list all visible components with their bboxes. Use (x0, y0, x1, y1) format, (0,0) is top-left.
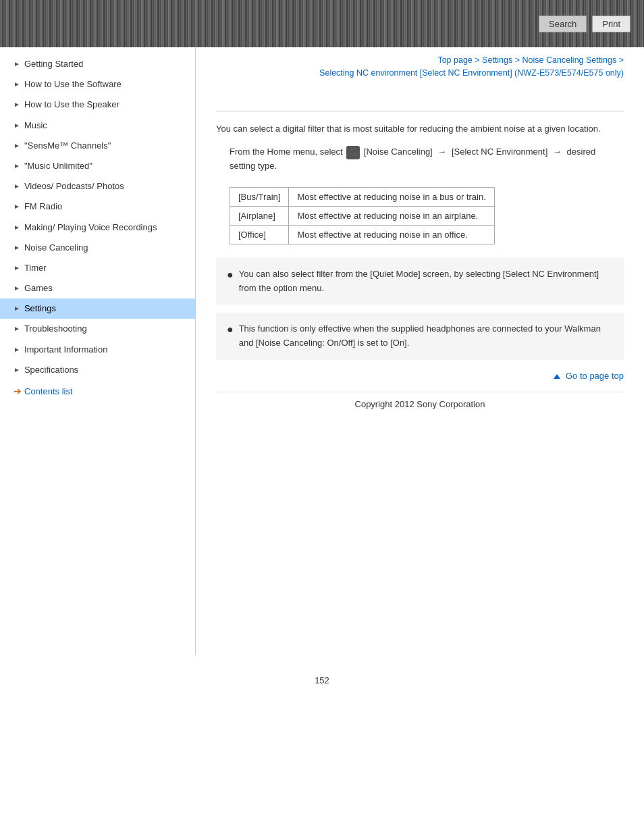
page-layout: ►Getting Started►How to Use the Software… (0, 47, 644, 655)
sidebar-item-games[interactable]: ►Games (0, 278, 195, 298)
sidebar-item-getting-started[interactable]: ►Getting Started (0, 54, 195, 74)
instruction-text: From the Home menu, select 🎧 [Noise Canc… (230, 145, 624, 174)
sidebar-item-fm-radio[interactable]: ►FM Radio (0, 197, 195, 217)
breadcrumb-sep2: > (515, 55, 522, 65)
table-cell-key: [Office] (230, 225, 289, 244)
top-divider (216, 111, 624, 111)
sidebar-label-important-information: Important Information (24, 344, 108, 356)
sidebar-label-music: Music (24, 120, 47, 132)
contents-list-label: Contents list (24, 386, 73, 396)
sidebar: ►Getting Started►How to Use the Software… (0, 47, 196, 655)
sidebar-label-noise-canceling: Noise Canceling (24, 242, 88, 254)
sidebar-arrow-fm-radio: ► (14, 202, 20, 211)
settings-table: [Bus/Train]Most effective at reducing no… (230, 187, 495, 244)
breadcrumb-sep1: > (475, 55, 482, 65)
sidebar-arrow-videos-podcasts-photos: ► (14, 182, 20, 191)
sidebar-item-sensme-channels[interactable]: ►"SensMe™ Channels" (0, 136, 195, 156)
breadcrumb-noise-canceling[interactable]: Noise Canceling Settings (522, 55, 617, 65)
sidebar-arrow-getting-started: ► (14, 59, 20, 69)
sidebar-arrow-timer: ► (14, 263, 20, 273)
sidebar-item-troubleshooting[interactable]: ►Troubleshooting (0, 319, 195, 339)
sidebar-item-settings[interactable]: ►Settings (0, 298, 195, 319)
bullet-icon-1: ● (227, 267, 234, 282)
sidebar-arrow-music-unlimited: ► (14, 161, 20, 171)
triangle-up-icon (554, 374, 560, 379)
go-to-top-link[interactable]: Go to page top (554, 371, 624, 381)
note-box-1: ● You can also select filter from the [Q… (216, 258, 624, 305)
table-row: [Office]Most effective at reducing noise… (230, 225, 495, 244)
sidebar-label-fm-radio: FM Radio (24, 201, 62, 213)
sidebar-arrow-settings: ► (14, 304, 20, 313)
sidebar-item-music[interactable]: ►Music (0, 115, 195, 136)
sidebar-item-timer[interactable]: ►Timer (0, 258, 195, 278)
sidebar-arrow-how-to-use-speaker: ► (14, 100, 20, 109)
sidebar-arrow-troubleshooting: ► (14, 324, 20, 334)
sidebar-label-videos-podcasts-photos: Videos/ Podcasts/ Photos (24, 180, 124, 192)
go-to-top-label: Go to page top (566, 371, 624, 381)
sidebar-item-specifications[interactable]: ►Specifications (0, 360, 195, 380)
table-cell-key: [Airplane] (230, 206, 289, 225)
breadcrumb-sep3: > (619, 55, 624, 65)
arrow-right-icon: ➔ (14, 386, 22, 396)
sidebar-item-how-to-use-speaker[interactable]: ►How to Use the Speaker (0, 95, 195, 115)
sidebar-item-noise-canceling[interactable]: ►Noise Canceling (0, 238, 195, 258)
table-cell-value: Most effective at reducing noise in a bu… (289, 187, 494, 206)
page-number: 152 (0, 675, 644, 699)
sidebar-label-getting-started: Getting Started (24, 58, 83, 70)
copyright: Copyright 2012 Sony Corporation (216, 392, 624, 416)
arrow-icon-1: → (437, 145, 446, 159)
table-cell-value: Most effective at reducing noise in an a… (289, 206, 494, 225)
noise-canceling-icon: 🎧 (346, 146, 360, 159)
table-row: [Airplane]Most effective at reducing noi… (230, 206, 495, 225)
sidebar-label-how-to-use-speaker: How to Use the Speaker (24, 99, 119, 111)
breadcrumb-top-page[interactable]: Top page (437, 55, 472, 65)
sidebar-label-settings: Settings (24, 303, 56, 315)
sidebar-label-games: Games (24, 282, 53, 294)
breadcrumb-current: Selecting NC environment [Select NC Envi… (319, 68, 624, 78)
sidebar-label-troubleshooting: Troubleshooting (24, 323, 87, 335)
intro-text: You can select a digital filter that is … (216, 122, 624, 136)
contents-list-link[interactable]: ➔ Contents list (0, 380, 195, 402)
sidebar-label-specifications: Specifications (24, 364, 78, 376)
sidebar-arrow-games: ► (14, 284, 20, 293)
main-content: Top page > Settings > Noise Canceling Se… (196, 47, 644, 655)
sidebar-item-music-unlimited[interactable]: ►"Music Unlimited" (0, 156, 195, 176)
sidebar-arrow-sensme-channels: ► (14, 141, 20, 151)
sidebar-item-making-playing-voice[interactable]: ►Making/ Playing Voice Recordings (0, 217, 195, 238)
search-button[interactable]: Search (539, 16, 587, 32)
table-row: [Bus/Train]Most effective at reducing no… (230, 187, 495, 206)
breadcrumb: Top page > Settings > Noise Canceling Se… (216, 54, 624, 80)
sidebar-arrow-how-to-use-software: ► (14, 80, 20, 89)
sidebar-label-music-unlimited: "Music Unlimited" (24, 160, 92, 172)
sidebar-arrow-specifications: ► (14, 365, 20, 375)
sidebar-label-making-playing-voice: Making/ Playing Voice Recordings (24, 221, 157, 234)
table-cell-value: Most effective at reducing noise in an o… (289, 225, 494, 244)
sidebar-item-how-to-use-software[interactable]: ►How to Use the Software (0, 74, 195, 95)
header: Search Print (0, 0, 644, 47)
bullet-icon-2: ● (227, 322, 234, 337)
footer-links: Go to page top (216, 371, 624, 381)
sidebar-label-timer: Timer (24, 262, 47, 274)
arrow-icon-2: → (553, 145, 562, 159)
breadcrumb-settings[interactable]: Settings (482, 55, 512, 65)
sidebar-arrow-important-information: ► (14, 345, 20, 355)
sidebar-item-important-information[interactable]: ►Important Information (0, 340, 195, 360)
note-box-2: ● This function is only effective when t… (216, 313, 624, 360)
sidebar-item-videos-podcasts-photos[interactable]: ►Videos/ Podcasts/ Photos (0, 176, 195, 197)
note-text-1: You can also select filter from the [Qui… (239, 267, 613, 296)
page-content-area: You can select a digital filter that is … (216, 93, 624, 417)
sidebar-arrow-making-playing-voice: ► (14, 223, 20, 232)
sidebar-arrow-music: ► (14, 121, 20, 130)
sidebar-label-sensme-channels: "SensMe™ Channels" (24, 140, 111, 152)
sidebar-label-how-to-use-software: How to Use the Software (24, 78, 122, 90)
note-text-2: This function is only effective when the… (239, 322, 613, 350)
table-cell-key: [Bus/Train] (230, 187, 289, 206)
print-button[interactable]: Print (592, 16, 630, 32)
sidebar-arrow-noise-canceling: ► (14, 243, 20, 253)
